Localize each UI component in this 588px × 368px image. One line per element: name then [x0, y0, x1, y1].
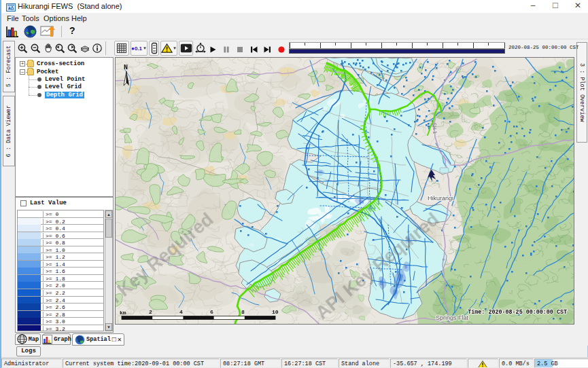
svg-text:6: 6 — [210, 309, 213, 315]
svg-text:N: N — [124, 64, 128, 71]
svg-text:8: 8 — [241, 309, 245, 315]
svg-text:SH 1: SH 1 — [431, 122, 438, 134]
svg-text:Hikurangi: Hikurangi — [428, 195, 453, 202]
svg-text:2: 2 — [149, 309, 152, 315]
svg-text:Time: 2020-08-25 00:00:00 CST: Time: 2020-08-25 00:00:00 CST — [468, 309, 567, 316]
svg-text:10: 10 — [272, 309, 279, 315]
svg-text:Springs Flat: Springs Flat — [436, 314, 469, 321]
svg-text:km: km — [120, 310, 126, 316]
svg-text:4: 4 — [179, 309, 183, 315]
